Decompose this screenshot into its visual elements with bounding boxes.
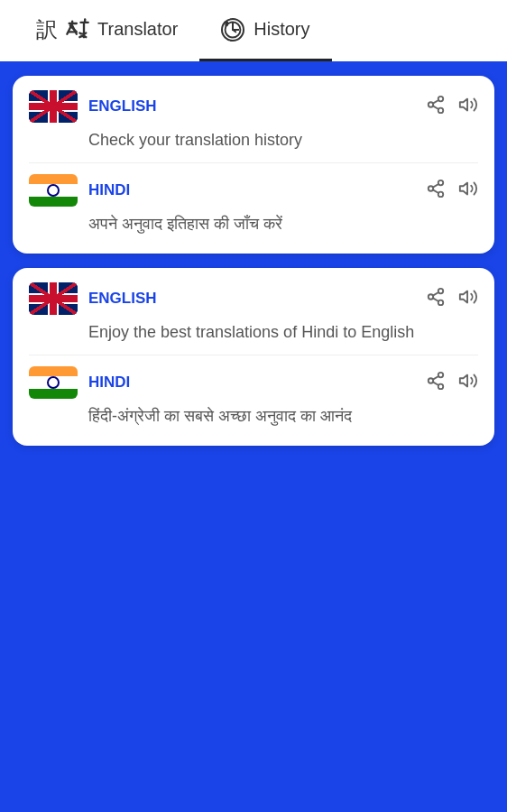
- header: 訳 Translator History: [0, 0, 507, 61]
- svg-rect-31: [29, 296, 78, 301]
- svg-line-24: [29, 282, 78, 315]
- svg-line-6: [29, 90, 78, 123]
- svg-line-20: [433, 189, 438, 193]
- lang-row-hi-1: HINDI: [29, 174, 478, 207]
- svg-line-14: [433, 106, 438, 109]
- svg-line-5: [29, 90, 78, 123]
- svg-marker-37: [460, 291, 467, 303]
- svg-line-36: [433, 292, 438, 296]
- volume-button-hi-2[interactable]: [458, 371, 478, 394]
- lang-actions-hi-1: [426, 179, 478, 202]
- share-button-en-2[interactable]: [426, 287, 446, 310]
- translation-card-1: ENGLISH: [13, 76, 494, 254]
- svg-rect-30: [51, 282, 56, 315]
- lang-name-en-1: ENGLISH: [88, 97, 426, 115]
- svg-line-41: [433, 383, 438, 386]
- svg-line-42: [433, 376, 438, 380]
- svg-rect-2: [29, 90, 78, 123]
- tab-history-label: History: [254, 19, 309, 40]
- share-button-en-1[interactable]: [426, 95, 446, 118]
- svg-line-26: [29, 282, 78, 315]
- tab-translator-label: Translator: [97, 19, 178, 40]
- volume-button-en-2[interactable]: [458, 287, 478, 310]
- svg-line-27: [29, 282, 78, 315]
- svg-marker-22: [460, 183, 467, 195]
- translation-text-hi-1: अपने अनुवाद इतिहास की जाँच करें: [88, 212, 478, 235]
- lang-actions-hi-2: [426, 371, 478, 394]
- lang-actions-en-2: [426, 287, 478, 310]
- divider-1: [29, 162, 478, 163]
- share-button-hi-2[interactable]: [426, 371, 446, 394]
- share-button-hi-1[interactable]: [426, 179, 446, 202]
- lang-actions-en-1: [426, 95, 478, 118]
- svg-line-3: [29, 90, 78, 123]
- svg-rect-23: [29, 282, 78, 315]
- svg-rect-28: [49, 282, 58, 315]
- svg-line-25: [29, 282, 78, 315]
- flag-uk-2: [29, 282, 78, 315]
- flag-india-2: [29, 366, 78, 399]
- translation-text-en-1: Check your translation history: [88, 128, 478, 152]
- svg-rect-9: [51, 90, 56, 123]
- translate-icon: [65, 17, 90, 42]
- history-icon: [221, 18, 244, 42]
- lang-name-en-2: ENGLISH: [88, 290, 426, 308]
- svg-line-21: [433, 184, 438, 188]
- svg-rect-8: [29, 102, 78, 111]
- svg-rect-29: [29, 294, 78, 303]
- svg-line-4: [29, 90, 78, 123]
- flag-uk-1: [29, 90, 78, 123]
- svg-marker-43: [460, 375, 467, 387]
- lang-row-en-2: ENGLISH: [29, 282, 478, 315]
- translation-text-en-2: Enjoy the best translations of Hindi to …: [88, 320, 478, 344]
- main-content: ENGLISH: [0, 61, 507, 460]
- svg-rect-10: [29, 104, 78, 109]
- tab-translator[interactable]: 訳 Translator: [14, 0, 199, 61]
- tab-history[interactable]: History: [199, 0, 331, 61]
- volume-button-hi-1[interactable]: [458, 179, 478, 202]
- svg-rect-7: [49, 90, 58, 123]
- lang-row-en-1: ENGLISH: [29, 90, 478, 123]
- divider-2: [29, 355, 478, 355]
- lang-row-hi-2: HINDI: [29, 366, 478, 399]
- lang-name-hi-2: HINDI: [88, 374, 426, 392]
- svg-line-15: [433, 100, 438, 104]
- translation-text-hi-2: हिंदी-अंग्रेजी का सबसे अच्छा अनुवाद का आ…: [88, 404, 478, 428]
- translate-icon: 訳: [36, 15, 58, 44]
- flag-india-1: [29, 174, 78, 207]
- lang-name-hi-1: HINDI: [88, 181, 426, 199]
- svg-marker-16: [460, 99, 467, 111]
- volume-button-en-1[interactable]: [458, 95, 478, 118]
- translation-card-2: ENGLISH: [13, 268, 494, 446]
- svg-line-35: [433, 299, 438, 302]
